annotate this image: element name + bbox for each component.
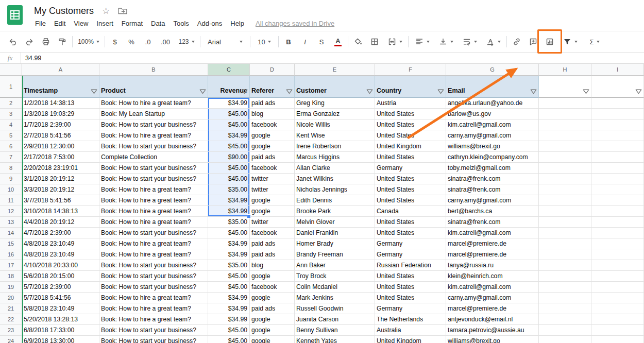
cell-H19[interactable] bbox=[539, 282, 591, 293]
format-as-currency-button[interactable]: $ bbox=[108, 35, 122, 49]
cell-F2[interactable]: Austria bbox=[375, 98, 446, 109]
menu-edit[interactable]: Edit bbox=[50, 19, 70, 28]
row-header-23[interactable]: 23 bbox=[0, 325, 22, 336]
cell-I16[interactable] bbox=[591, 249, 644, 260]
cell-E19[interactable]: Colin Mcdaniel bbox=[295, 282, 375, 293]
cell-H15[interactable] bbox=[539, 238, 591, 249]
cell-I3[interactable] bbox=[591, 109, 644, 119]
cell-F10[interactable]: United States bbox=[375, 184, 446, 195]
cell-A2[interactable]: 1/2/2018 14:38:13 bbox=[22, 98, 99, 109]
filter-icon[interactable] bbox=[437, 89, 444, 94]
cell-E24[interactable]: Kenneth Yates bbox=[295, 336, 375, 343]
cell-F17[interactable]: Russian Federation bbox=[375, 260, 446, 271]
menu-view[interactable]: View bbox=[70, 19, 92, 28]
cell-D17[interactable]: blog bbox=[250, 260, 295, 271]
row-header-7[interactable]: 7 bbox=[0, 152, 22, 163]
cell-H7[interactable] bbox=[539, 152, 591, 163]
cell-B20[interactable]: Book: How to hire a great team? bbox=[99, 293, 208, 303]
italic-button[interactable]: I bbox=[298, 35, 312, 49]
cell-I20[interactable] bbox=[591, 293, 644, 303]
cell-E5[interactable]: Kent Wise bbox=[295, 130, 375, 141]
cell-I19[interactable] bbox=[591, 282, 644, 293]
saved-status-link[interactable]: All changes saved in Drive bbox=[256, 20, 334, 27]
cell-A7[interactable]: 2/17/2018 7:53:00 bbox=[22, 152, 99, 163]
cell-H1[interactable] bbox=[539, 76, 591, 98]
cell-F7[interactable]: United States bbox=[375, 152, 446, 163]
filter-icon[interactable] bbox=[286, 89, 293, 94]
cell-C9[interactable]: $45.00 bbox=[208, 174, 250, 184]
cell-H9[interactable] bbox=[539, 174, 591, 184]
cell-E20[interactable]: Mark Jenkins bbox=[295, 293, 375, 303]
cell-G17[interactable]: tanya@russia.ru bbox=[446, 260, 539, 271]
cell-F1[interactable]: Country bbox=[375, 76, 446, 98]
cell-G6[interactable]: williams@brexit.go bbox=[446, 141, 539, 152]
column-header-E[interactable]: E bbox=[295, 64, 375, 76]
cell-D5[interactable]: google bbox=[250, 130, 295, 141]
row-header-11[interactable]: 11 bbox=[0, 195, 22, 206]
cell-I11[interactable] bbox=[591, 195, 644, 206]
decrease-decimal-places-button[interactable]: .0 bbox=[141, 35, 155, 49]
cell-D19[interactable]: facebook bbox=[250, 282, 295, 293]
cell-C10[interactable]: $35.00 bbox=[208, 184, 250, 195]
cell-E21[interactable]: Russell Goodwin bbox=[295, 303, 375, 314]
cell-I9[interactable] bbox=[591, 174, 644, 184]
cell-H11[interactable] bbox=[539, 195, 591, 206]
cell-I14[interactable] bbox=[591, 228, 644, 238]
cell-E16[interactable]: Brandy Freeman bbox=[295, 249, 375, 260]
cell-A8[interactable]: 2/20/2018 23:19:01 bbox=[22, 163, 99, 174]
cell-D6[interactable]: google bbox=[250, 141, 295, 152]
cell-F13[interactable]: United States bbox=[375, 217, 446, 228]
cell-D4[interactable]: facebook bbox=[250, 119, 295, 130]
cell-D7[interactable]: paid ads bbox=[250, 152, 295, 163]
row-header-15[interactable]: 15 bbox=[0, 238, 22, 249]
cell-E18[interactable]: Troy Brock bbox=[295, 271, 375, 282]
borders-button[interactable] bbox=[368, 35, 381, 49]
cell-D14[interactable]: facebook bbox=[250, 228, 295, 238]
cell-F5[interactable]: United States bbox=[375, 130, 446, 141]
cell-G4[interactable]: kim.catrell@gmail.com bbox=[446, 119, 539, 130]
cell-B14[interactable]: Book: How to start your business? bbox=[99, 228, 208, 238]
cell-I10[interactable] bbox=[591, 184, 644, 195]
insert-chart-button[interactable] bbox=[543, 35, 556, 49]
redo-button[interactable] bbox=[23, 35, 36, 49]
cell-G19[interactable]: kim.catrell@gmail.com bbox=[446, 282, 539, 293]
cell-C11[interactable]: $34.99 bbox=[208, 195, 250, 206]
row-header-17[interactable]: 17 bbox=[0, 260, 22, 271]
column-header-H[interactable]: H bbox=[539, 64, 591, 76]
star-icon[interactable]: ☆ bbox=[102, 7, 110, 15]
cell-D2[interactable]: paid ads bbox=[250, 98, 295, 109]
column-header-G[interactable]: G bbox=[446, 64, 539, 76]
font-size-button[interactable]: 10 bbox=[253, 35, 275, 49]
cell-H8[interactable] bbox=[539, 163, 591, 174]
cell-B10[interactable]: Book: How to hire a great team? bbox=[99, 184, 208, 195]
cell-C22[interactable]: $34.99 bbox=[208, 314, 250, 325]
cell-I5[interactable] bbox=[591, 130, 644, 141]
cell-B15[interactable]: Book: How to hire a great team? bbox=[99, 238, 208, 249]
row-header-8[interactable]: 8 bbox=[0, 163, 22, 174]
cell-A10[interactable]: 3/3/2018 20:19:12 bbox=[22, 184, 99, 195]
cell-A22[interactable]: 5/20/2018 13:28:13 bbox=[22, 314, 99, 325]
cell-H20[interactable] bbox=[539, 293, 591, 303]
move-folder-icon[interactable] bbox=[118, 7, 127, 14]
cell-I1[interactable] bbox=[591, 76, 644, 98]
cell-C12[interactable]: $34.99 bbox=[208, 206, 250, 217]
row-header-9[interactable]: 9 bbox=[0, 174, 22, 184]
cell-B17[interactable]: Book: How to start your business? bbox=[99, 260, 208, 271]
cell-E11[interactable]: Edith Dennis bbox=[295, 195, 375, 206]
cell-H5[interactable] bbox=[539, 130, 591, 141]
cell-B12[interactable]: Book: How to hire a great team? bbox=[99, 206, 208, 217]
cell-I21[interactable] bbox=[591, 303, 644, 314]
cell-G11[interactable]: carny.amy@gmail.com bbox=[446, 195, 539, 206]
cell-A6[interactable]: 2/9/2018 12:30:00 bbox=[22, 141, 99, 152]
cell-I17[interactable] bbox=[591, 260, 644, 271]
cell-A17[interactable]: 4/10/2018 20:33:00 bbox=[22, 260, 99, 271]
cell-H6[interactable] bbox=[539, 141, 591, 152]
cell-C7[interactable]: $90.00 bbox=[208, 152, 250, 163]
filter-icon[interactable] bbox=[583, 89, 589, 94]
cell-F21[interactable]: Germany bbox=[375, 303, 446, 314]
menu-data[interactable]: Data bbox=[147, 19, 169, 28]
cell-F20[interactable]: United States bbox=[375, 293, 446, 303]
cell-A12[interactable]: 3/10/2018 14:38:13 bbox=[22, 206, 99, 217]
row-header-14[interactable]: 14 bbox=[0, 228, 22, 238]
cell-H17[interactable] bbox=[539, 260, 591, 271]
